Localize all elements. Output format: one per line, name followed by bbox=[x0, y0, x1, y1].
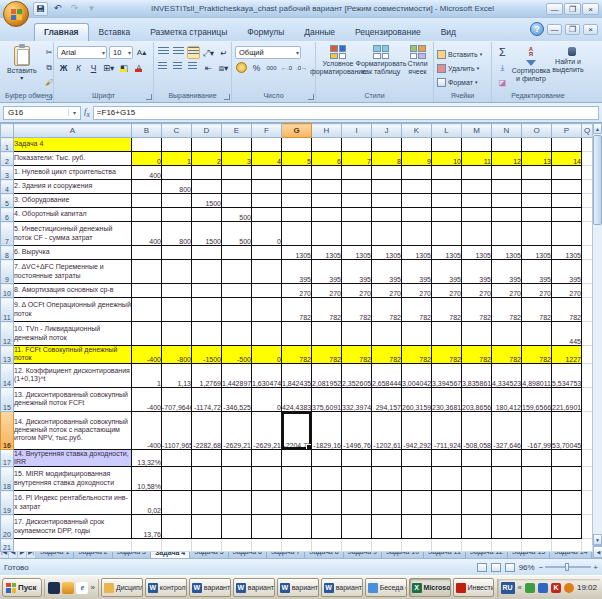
cell-E6[interactable]: 500 bbox=[222, 208, 252, 222]
cell-N17[interactable] bbox=[492, 449, 522, 467]
align-middle-icon[interactable] bbox=[172, 46, 185, 59]
cell-Q13[interactable] bbox=[582, 346, 593, 364]
cell-Q9[interactable] bbox=[582, 260, 593, 284]
save-icon[interactable]: 💾︎ bbox=[33, 2, 48, 16]
scroll-down-icon[interactable]: ▼ bbox=[593, 534, 602, 545]
merge-center-icon[interactable]: ⧈▾ bbox=[217, 61, 230, 74]
horizontal-scrollbar[interactable]: ◀ ▶ bbox=[592, 546, 602, 558]
book-close-button[interactable]: × bbox=[583, 24, 598, 35]
cell-Q19[interactable] bbox=[582, 491, 593, 515]
taskbar-window-excel[interactable]: XMicrosoft E... bbox=[409, 578, 451, 597]
cell-Q4[interactable] bbox=[582, 180, 593, 194]
cell-F16[interactable]: -2629,21 bbox=[252, 411, 282, 449]
cell-D10[interactable] bbox=[192, 284, 222, 298]
cell-F20[interactable] bbox=[252, 515, 282, 539]
cell-G14[interactable]: 1,842435 bbox=[282, 363, 312, 387]
cell-D15[interactable]: -1174,72 bbox=[192, 387, 222, 411]
cell-P11[interactable]: 782 bbox=[552, 298, 582, 322]
cell-P19[interactable] bbox=[552, 491, 582, 515]
cell-I7[interactable] bbox=[342, 222, 372, 246]
row-header-20[interactable]: 20 bbox=[1, 515, 14, 539]
taskbar-window-word[interactable]: Wвариант 3 [Р... bbox=[189, 578, 231, 597]
cell-G12[interactable] bbox=[282, 322, 312, 346]
align-right-icon[interactable] bbox=[187, 61, 200, 74]
cell-E18[interactable] bbox=[222, 467, 252, 491]
cell-A15[interactable]: 13. Дисконтированный совокупный денежный… bbox=[14, 387, 132, 411]
cell-M1[interactable] bbox=[462, 138, 492, 152]
cell-B1[interactable] bbox=[132, 138, 162, 152]
cell-D9[interactable] bbox=[192, 260, 222, 284]
zoom-knob[interactable] bbox=[565, 563, 569, 571]
cell-A20[interactable]: 17. Дисконтированный срок окупаемости DP… bbox=[14, 515, 132, 539]
cell-Q17[interactable] bbox=[582, 449, 593, 467]
column-header-D[interactable]: D bbox=[192, 124, 222, 138]
cell-B14[interactable]: 1 bbox=[132, 363, 162, 387]
cell-L8[interactable]: 1305 bbox=[432, 246, 462, 260]
cell-Q11[interactable] bbox=[582, 298, 593, 322]
taskbar-window-chat[interactable]: Беседа с по... bbox=[365, 578, 407, 597]
cell-M15[interactable]: 203,8656 bbox=[462, 387, 492, 411]
cell-F10[interactable] bbox=[252, 284, 282, 298]
scroll-up-icon[interactable]: ▲ bbox=[593, 123, 602, 134]
cell-A5[interactable]: 3. Оборудование bbox=[14, 194, 132, 208]
cell-H5[interactable] bbox=[312, 194, 342, 208]
cell-P2[interactable]: 14 bbox=[552, 152, 582, 166]
cell-O19[interactable] bbox=[522, 491, 552, 515]
column-header-H[interactable]: H bbox=[312, 124, 342, 138]
cell-B2[interactable]: 0 bbox=[132, 152, 162, 166]
cell-Q2[interactable] bbox=[582, 152, 593, 166]
row-header-18[interactable]: 18 bbox=[1, 467, 14, 491]
cell-F11[interactable] bbox=[252, 298, 282, 322]
cell-E7[interactable]: 500 bbox=[222, 222, 252, 246]
cell-D3[interactable] bbox=[192, 166, 222, 180]
cell-L4[interactable] bbox=[432, 180, 462, 194]
cell-Q15[interactable] bbox=[582, 387, 593, 411]
cell-E21[interactable] bbox=[222, 539, 252, 552]
cell-D16[interactable]: -2282,68 bbox=[192, 411, 222, 449]
taskbar-window-folder[interactable]: Дисциплина ... bbox=[101, 578, 143, 597]
cell-A6[interactable]: 4. Оборотный капитал bbox=[14, 208, 132, 222]
cell-M3[interactable] bbox=[462, 166, 492, 180]
cell-J14[interactable]: 2,658444 bbox=[372, 363, 402, 387]
cell-J3[interactable] bbox=[372, 166, 402, 180]
cell-K11[interactable]: 782 bbox=[402, 298, 432, 322]
cell-G3[interactable] bbox=[282, 166, 312, 180]
cell-N1[interactable] bbox=[492, 138, 522, 152]
start-button[interactable]: Пуск bbox=[2, 578, 42, 597]
cell-G21[interactable] bbox=[282, 539, 312, 552]
cell-P13[interactable]: 1227 bbox=[552, 346, 582, 364]
book-minimize-button[interactable]: — bbox=[547, 24, 562, 35]
cell-B12[interactable] bbox=[132, 322, 162, 346]
cell-K1[interactable] bbox=[402, 138, 432, 152]
cell-F2[interactable]: 4 bbox=[252, 152, 282, 166]
cell-L5[interactable] bbox=[432, 194, 462, 208]
cell-M18[interactable] bbox=[462, 467, 492, 491]
ribbon-tab-данные[interactable]: Данные bbox=[294, 23, 345, 41]
cell-F15[interactable]: 0 bbox=[252, 387, 282, 411]
cell-M2[interactable]: 11 bbox=[462, 152, 492, 166]
cell-H20[interactable] bbox=[312, 515, 342, 539]
cell-H9[interactable]: 395 bbox=[312, 260, 342, 284]
cell-I10[interactable]: 270 bbox=[342, 284, 372, 298]
cell-H21[interactable] bbox=[312, 539, 342, 552]
cell-C14[interactable]: 1,13 bbox=[162, 363, 192, 387]
cell-D11[interactable] bbox=[192, 298, 222, 322]
cell-D2[interactable]: 2 bbox=[192, 152, 222, 166]
cell-O17[interactable] bbox=[522, 449, 552, 467]
cell-K6[interactable] bbox=[402, 208, 432, 222]
taskbar-window-pdf[interactable]: Инвестици... bbox=[453, 578, 495, 597]
cell-O3[interactable] bbox=[522, 166, 552, 180]
tray-collapse-icon[interactable]: « bbox=[518, 583, 522, 592]
decrease-indent-icon[interactable]: ⇤ bbox=[202, 61, 215, 74]
cell-L16[interactable]: -711,924 bbox=[432, 411, 462, 449]
column-header-I[interactable]: I bbox=[342, 124, 372, 138]
cell-P7[interactable] bbox=[552, 222, 582, 246]
cell-D18[interactable] bbox=[192, 467, 222, 491]
cell-C8[interactable] bbox=[162, 246, 192, 260]
sort-filter-button[interactable]: АЯ Сортировка и фильтр bbox=[513, 44, 549, 90]
cell-D12[interactable] bbox=[192, 322, 222, 346]
cell-O9[interactable]: 395 bbox=[522, 260, 552, 284]
font-name-select[interactable]: Arial▾ bbox=[57, 46, 107, 59]
cell-E20[interactable] bbox=[222, 515, 252, 539]
cell-B4[interactable] bbox=[132, 180, 162, 194]
